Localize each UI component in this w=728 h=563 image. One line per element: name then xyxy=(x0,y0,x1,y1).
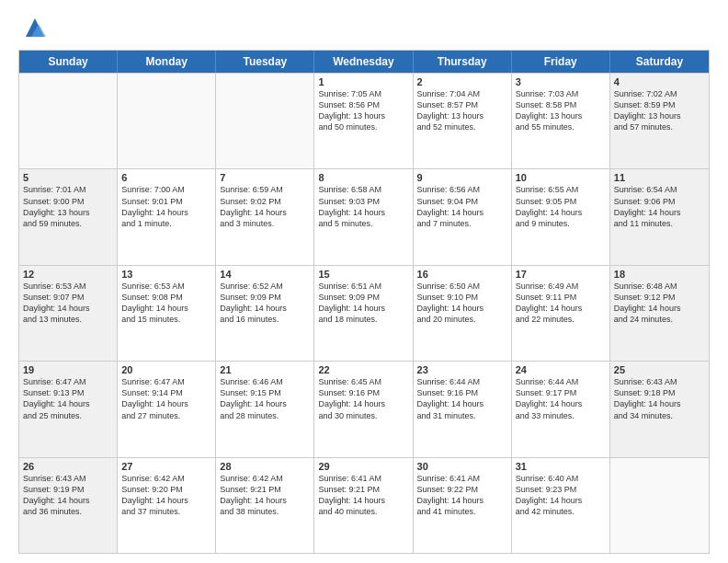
cell-info: Sunrise: 6:43 AM Sunset: 9:19 PM Dayligh… xyxy=(23,473,113,518)
day-number: 7 xyxy=(220,172,310,183)
cell-info: Sunrise: 6:44 AM Sunset: 9:17 PM Dayligh… xyxy=(516,376,606,421)
cell-info: Sunrise: 6:59 AM Sunset: 9:02 PM Dayligh… xyxy=(220,184,310,229)
calendar: SundayMondayTuesdayWednesdayThursdayFrid… xyxy=(18,50,710,554)
calendar-cell: 16Sunrise: 6:50 AM Sunset: 9:10 PM Dayli… xyxy=(414,266,512,361)
cell-info: Sunrise: 7:01 AM Sunset: 9:00 PM Dayligh… xyxy=(23,184,113,229)
calendar-cell: 26Sunrise: 6:43 AM Sunset: 9:19 PM Dayli… xyxy=(19,458,118,553)
day-number: 1 xyxy=(318,76,408,87)
calendar-cell xyxy=(610,458,709,553)
weekday-header: Friday xyxy=(512,51,610,73)
day-number: 17 xyxy=(516,269,606,280)
calendar-cell: 2Sunrise: 7:04 AM Sunset: 8:57 PM Daylig… xyxy=(414,74,512,168)
calendar-cell xyxy=(118,74,216,168)
day-number: 4 xyxy=(614,76,705,87)
cell-info: Sunrise: 6:41 AM Sunset: 9:21 PM Dayligh… xyxy=(318,473,408,518)
logo-icon xyxy=(22,15,48,40)
day-number: 30 xyxy=(417,461,507,472)
header xyxy=(18,15,710,40)
cell-info: Sunrise: 6:51 AM Sunset: 9:09 PM Dayligh… xyxy=(318,281,408,326)
calendar-cell: 31Sunrise: 6:40 AM Sunset: 9:23 PM Dayli… xyxy=(512,458,610,553)
calendar-cell: 25Sunrise: 6:43 AM Sunset: 9:18 PM Dayli… xyxy=(610,362,709,456)
calendar-cell: 23Sunrise: 6:44 AM Sunset: 9:16 PM Dayli… xyxy=(414,362,512,456)
day-number: 11 xyxy=(614,172,705,183)
calendar-cell: 18Sunrise: 6:48 AM Sunset: 9:12 PM Dayli… xyxy=(610,266,709,361)
calendar-cell: 5Sunrise: 7:01 AM Sunset: 9:00 PM Daylig… xyxy=(19,169,118,264)
weekday-header: Wednesday xyxy=(314,51,413,73)
weekday-header: Thursday xyxy=(414,51,512,73)
day-number: 10 xyxy=(516,172,606,183)
calendar-cell: 10Sunrise: 6:55 AM Sunset: 9:05 PM Dayli… xyxy=(512,169,610,264)
calendar-cell: 12Sunrise: 6:53 AM Sunset: 9:07 PM Dayli… xyxy=(19,266,118,361)
calendar-cell: 7Sunrise: 6:59 AM Sunset: 9:02 PM Daylig… xyxy=(216,169,314,264)
cell-info: Sunrise: 6:53 AM Sunset: 9:07 PM Dayligh… xyxy=(23,281,113,326)
day-number: 22 xyxy=(318,364,408,375)
cell-info: Sunrise: 6:52 AM Sunset: 9:09 PM Dayligh… xyxy=(220,281,310,326)
cell-info: Sunrise: 6:42 AM Sunset: 9:20 PM Dayligh… xyxy=(121,473,211,518)
calendar-cell: 14Sunrise: 6:52 AM Sunset: 9:09 PM Dayli… xyxy=(216,266,314,361)
day-number: 25 xyxy=(614,364,705,375)
calendar-cell: 4Sunrise: 7:02 AM Sunset: 8:59 PM Daylig… xyxy=(610,74,709,168)
day-number: 3 xyxy=(516,76,606,87)
logo xyxy=(18,15,48,40)
calendar-cell: 20Sunrise: 6:47 AM Sunset: 9:14 PM Dayli… xyxy=(118,362,216,456)
cell-info: Sunrise: 6:53 AM Sunset: 9:08 PM Dayligh… xyxy=(121,281,211,326)
calendar-body: 1Sunrise: 7:05 AM Sunset: 8:56 PM Daylig… xyxy=(19,73,709,553)
day-number: 8 xyxy=(318,172,408,183)
weekday-header: Saturday xyxy=(610,51,709,73)
calendar-header: SundayMondayTuesdayWednesdayThursdayFrid… xyxy=(19,51,709,73)
calendar-cell: 1Sunrise: 7:05 AM Sunset: 8:56 PM Daylig… xyxy=(314,74,413,168)
day-number: 12 xyxy=(23,269,113,280)
cell-info: Sunrise: 7:03 AM Sunset: 8:58 PM Dayligh… xyxy=(516,88,606,133)
cell-info: Sunrise: 6:42 AM Sunset: 9:21 PM Dayligh… xyxy=(220,473,310,518)
calendar-cell: 6Sunrise: 7:00 AM Sunset: 9:01 PM Daylig… xyxy=(118,169,216,264)
calendar-cell: 9Sunrise: 6:56 AM Sunset: 9:04 PM Daylig… xyxy=(414,169,512,264)
calendar-cell xyxy=(216,74,314,168)
calendar-cell: 24Sunrise: 6:44 AM Sunset: 9:17 PM Dayli… xyxy=(512,362,610,456)
cell-info: Sunrise: 6:40 AM Sunset: 9:23 PM Dayligh… xyxy=(516,473,606,518)
cell-info: Sunrise: 6:47 AM Sunset: 9:13 PM Dayligh… xyxy=(23,376,113,421)
calendar-cell: 11Sunrise: 6:54 AM Sunset: 9:06 PM Dayli… xyxy=(610,169,709,264)
day-number: 15 xyxy=(318,269,408,280)
day-number: 20 xyxy=(121,364,211,375)
day-number: 5 xyxy=(23,172,113,183)
day-number: 14 xyxy=(220,269,310,280)
cell-info: Sunrise: 6:58 AM Sunset: 9:03 PM Dayligh… xyxy=(318,184,408,229)
calendar-row: 12Sunrise: 6:53 AM Sunset: 9:07 PM Dayli… xyxy=(19,265,709,361)
day-number: 24 xyxy=(516,364,606,375)
day-number: 9 xyxy=(417,172,507,183)
day-number: 31 xyxy=(516,461,606,472)
calendar-cell: 29Sunrise: 6:41 AM Sunset: 9:21 PM Dayli… xyxy=(314,458,413,553)
day-number: 2 xyxy=(417,76,507,87)
cell-info: Sunrise: 7:00 AM Sunset: 9:01 PM Dayligh… xyxy=(121,184,211,229)
day-number: 18 xyxy=(614,269,705,280)
day-number: 13 xyxy=(121,269,211,280)
calendar-cell: 27Sunrise: 6:42 AM Sunset: 9:20 PM Dayli… xyxy=(118,458,216,553)
weekday-header: Tuesday xyxy=(216,51,314,73)
calendar-row: 26Sunrise: 6:43 AM Sunset: 9:19 PM Dayli… xyxy=(19,457,709,553)
page: SundayMondayTuesdayWednesdayThursdayFrid… xyxy=(0,0,728,563)
calendar-row: 1Sunrise: 7:05 AM Sunset: 8:56 PM Daylig… xyxy=(19,73,709,168)
cell-info: Sunrise: 7:04 AM Sunset: 8:57 PM Dayligh… xyxy=(417,88,507,133)
calendar-cell: 13Sunrise: 6:53 AM Sunset: 9:08 PM Dayli… xyxy=(118,266,216,361)
cell-info: Sunrise: 6:47 AM Sunset: 9:14 PM Dayligh… xyxy=(121,376,211,421)
day-number: 28 xyxy=(220,461,310,472)
calendar-row: 19Sunrise: 6:47 AM Sunset: 9:13 PM Dayli… xyxy=(19,361,709,456)
day-number: 6 xyxy=(121,172,211,183)
cell-info: Sunrise: 6:48 AM Sunset: 9:12 PM Dayligh… xyxy=(614,281,705,326)
calendar-cell: 17Sunrise: 6:49 AM Sunset: 9:11 PM Dayli… xyxy=(512,266,610,361)
day-number: 23 xyxy=(417,364,507,375)
calendar-cell: 15Sunrise: 6:51 AM Sunset: 9:09 PM Dayli… xyxy=(314,266,413,361)
cell-info: Sunrise: 6:49 AM Sunset: 9:11 PM Dayligh… xyxy=(516,281,606,326)
cell-info: Sunrise: 6:41 AM Sunset: 9:22 PM Dayligh… xyxy=(417,473,507,518)
cell-info: Sunrise: 6:43 AM Sunset: 9:18 PM Dayligh… xyxy=(614,376,705,421)
cell-info: Sunrise: 6:54 AM Sunset: 9:06 PM Dayligh… xyxy=(614,184,705,229)
day-number: 21 xyxy=(220,364,310,375)
calendar-cell: 19Sunrise: 6:47 AM Sunset: 9:13 PM Dayli… xyxy=(19,362,118,456)
calendar-cell xyxy=(19,74,118,168)
cell-info: Sunrise: 6:45 AM Sunset: 9:16 PM Dayligh… xyxy=(318,376,408,421)
cell-info: Sunrise: 7:05 AM Sunset: 8:56 PM Dayligh… xyxy=(318,88,408,133)
calendar-cell: 3Sunrise: 7:03 AM Sunset: 8:58 PM Daylig… xyxy=(512,74,610,168)
day-number: 16 xyxy=(417,269,507,280)
cell-info: Sunrise: 6:46 AM Sunset: 9:15 PM Dayligh… xyxy=(220,376,310,421)
day-number: 19 xyxy=(23,364,113,375)
